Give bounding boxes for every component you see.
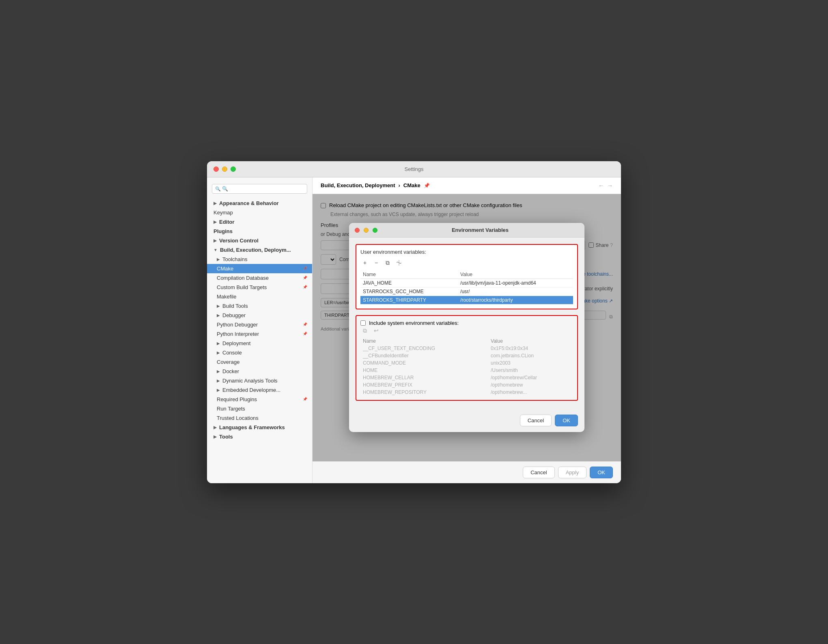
modal-maximize-button[interactable] (373, 228, 377, 233)
env-value-cell: /usr/lib/jvm/java-11-openjdk-amd64 (458, 279, 573, 287)
modal-title: Environment Variables (382, 227, 579, 233)
ok-button[interactable]: OK (590, 467, 613, 478)
table-row[interactable]: STARROCKS_GCC_HOME/usr/ (360, 287, 573, 296)
sidebar-item-appearance[interactable]: ▶ Appearance & Behavior (207, 199, 312, 208)
table-row[interactable]: HOMEBREW_REPOSITORY/opt/homebrew... (360, 389, 573, 396)
sidebar-item-python-interpreter[interactable]: Python Interpreter 📌 (207, 329, 312, 339)
main-content: 🔍 ▶ Appearance & Behavior Keymap ▶ Edito… (207, 177, 621, 483)
table-row[interactable]: HOMEBREW_PREFIX/opt/homebrew (360, 381, 573, 389)
sidebar-item-run-targets[interactable]: Run Targets (207, 404, 312, 413)
pin-icon: 📌 (303, 322, 307, 326)
sys-env-value-cell: unix2003 (488, 359, 573, 367)
system-undo-button[interactable]: ↩ (372, 326, 381, 335)
copy-button[interactable]: ⧉ (383, 258, 392, 267)
sidebar-item-editor[interactable]: ▶ Editor (207, 217, 312, 227)
modal-body: User environment variables: + − ⧉ ⏆ (349, 238, 584, 411)
sys-env-value-cell: /opt/homebrew... (488, 389, 573, 396)
sidebar-item-label: Coverage (217, 359, 239, 365)
arrow-icon: ▶ (217, 388, 220, 392)
sys-env-value-cell: /opt/homebrew/Cellar (488, 374, 573, 381)
arrow-icon: ▶ (213, 425, 217, 430)
user-section-title: User environment variables: (360, 249, 573, 255)
close-button[interactable] (213, 166, 219, 172)
sys-env-name-cell: __CFBundleIdentifier (360, 352, 488, 359)
sidebar-item-debugger[interactable]: ▶ Debugger (207, 311, 312, 320)
sidebar-item-required-plugins[interactable]: Required Plugins 📌 (207, 395, 312, 404)
sidebar-item-plugins[interactable]: Plugins (207, 227, 312, 236)
modal-cancel-button[interactable]: Cancel (520, 415, 552, 426)
sidebar-item-embedded-dev[interactable]: ▶ Embedded Developme... (207, 385, 312, 395)
arrow-icon: ▶ (217, 313, 220, 318)
right-header: Build, Execution, Deployment › CMake 📌 ←… (313, 177, 621, 194)
sidebar-item-docker[interactable]: ▶ Docker (207, 367, 312, 376)
sidebar-item-toolchains[interactable]: ▶ Toolchains (207, 255, 312, 264)
modal-ok-button[interactable]: OK (555, 415, 578, 426)
modal-footer: Cancel OK (349, 411, 584, 432)
table-row[interactable]: HOMEBREW_CELLAR/opt/homebrew/Cellar (360, 374, 573, 381)
system-copy-button[interactable]: ⧉ (360, 326, 369, 335)
maximize-button[interactable] (231, 166, 236, 172)
table-row[interactable]: __CFBundleIdentifiercom.jetbrains.CLion (360, 352, 573, 359)
sidebar-item-label: Editor (219, 219, 235, 225)
sys-env-value-cell: /Users/smith (488, 367, 573, 374)
forward-arrow[interactable]: → (607, 182, 613, 189)
minimize-button[interactable] (222, 166, 227, 172)
remove-button[interactable]: − (372, 258, 381, 267)
sidebar-item-label: Compilation Database (217, 275, 269, 281)
environment-variables-modal: Environment Variables User environment v… (349, 223, 584, 432)
sidebar-item-label: Custom Build Targets (217, 284, 267, 290)
sidebar-item-build-execution[interactable]: ▼ Build, Execution, Deploym... (207, 245, 312, 255)
search-input[interactable] (212, 184, 307, 194)
user-env-section: User environment variables: + − ⧉ ⏆ (356, 244, 578, 309)
sidebar-item-custom-build-targets[interactable]: Custom Build Targets 📌 (207, 283, 312, 292)
modal-minimize-button[interactable] (364, 228, 369, 233)
sidebar-item-coverage[interactable]: Coverage (207, 357, 312, 367)
sidebar-item-label: Dynamic Analysis Tools (222, 378, 278, 384)
paste-button[interactable]: ⏆ (395, 258, 403, 267)
system-toolbar: ⧉ ↩ (360, 326, 573, 335)
table-row[interactable]: COMMAND_MODEunix2003 (360, 359, 573, 367)
sidebar-item-version-control[interactable]: ▶ Version Control (207, 236, 312, 245)
arrow-icon: ▶ (217, 369, 220, 374)
modal-close-button[interactable] (355, 228, 360, 233)
sidebar-item-compilation-database[interactable]: Compilation Database 📌 (207, 273, 312, 283)
apply-button[interactable]: Apply (558, 467, 587, 478)
cancel-button[interactable]: Cancel (523, 467, 554, 478)
sidebar-item-languages-frameworks[interactable]: ▶ Languages & Frameworks (207, 423, 312, 432)
sidebar-item-label: Build, Execution, Deploym... (220, 247, 291, 253)
include-system-checkbox[interactable] (360, 320, 366, 326)
user-env-toolbar: + − ⧉ ⏆ (360, 258, 573, 267)
sidebar-item-trusted-locations[interactable]: Trusted Locations (207, 413, 312, 423)
sys-env-value-cell: /opt/homebrew (488, 381, 573, 389)
arrow-icon: ▶ (213, 238, 217, 243)
sidebar-item-build-tools[interactable]: ▶ Build Tools (207, 301, 312, 311)
user-env-table: Name Value JAVA_HOME/usr/lib/jvm/java-11… (360, 270, 573, 305)
add-button[interactable]: + (360, 258, 369, 267)
nav-arrows: ← → (598, 182, 613, 189)
sys-name-col-header: Name (360, 337, 488, 345)
sidebar-item-console[interactable]: ▶ Console (207, 348, 312, 357)
table-row[interactable]: __CF_USER_TEXT_ENCODING0x1F5:0x19:0x34 (360, 345, 573, 352)
sidebar-item-label: Build Tools (222, 303, 248, 309)
sidebar-item-keymap[interactable]: Keymap (207, 208, 312, 217)
sidebar-item-tools[interactable]: ▶ Tools (207, 432, 312, 441)
sys-env-value-cell: com.jetbrains.CLion (488, 352, 573, 359)
sidebar-item-cmake[interactable]: CMake 📌 (207, 264, 312, 273)
table-row[interactable]: HOME/Users/smith (360, 367, 573, 374)
traffic-lights (213, 166, 236, 172)
sidebar-item-python-debugger[interactable]: Python Debugger 📌 (207, 320, 312, 329)
back-arrow[interactable]: ← (598, 182, 604, 189)
sidebar-item-label: Python Interpreter (217, 331, 259, 337)
sidebar-item-dynamic-analysis[interactable]: ▶ Dynamic Analysis Tools (207, 376, 312, 385)
env-name-cell: STARROCKS_GCC_HOME (360, 287, 458, 296)
breadcrumb-pin: 📌 (424, 183, 430, 188)
sidebar-item-makefile[interactable]: Makefile (207, 292, 312, 301)
sidebar-item-deployment[interactable]: ▶ Deployment (207, 339, 312, 348)
table-row[interactable]: JAVA_HOME/usr/lib/jvm/java-11-openjdk-am… (360, 279, 573, 287)
sys-env-name-cell: HOME (360, 367, 488, 374)
system-env-table: Name Value __CF_USER_TEXT_ENCODING0x1F5:… (360, 337, 573, 396)
breadcrumb-current: CMake (403, 182, 420, 188)
table-row[interactable]: STARROCKS_THIRDPARTY/root/starrocks/thir… (360, 296, 573, 305)
arrow-icon: ▶ (213, 201, 217, 205)
value-column-header: Value (458, 270, 573, 279)
